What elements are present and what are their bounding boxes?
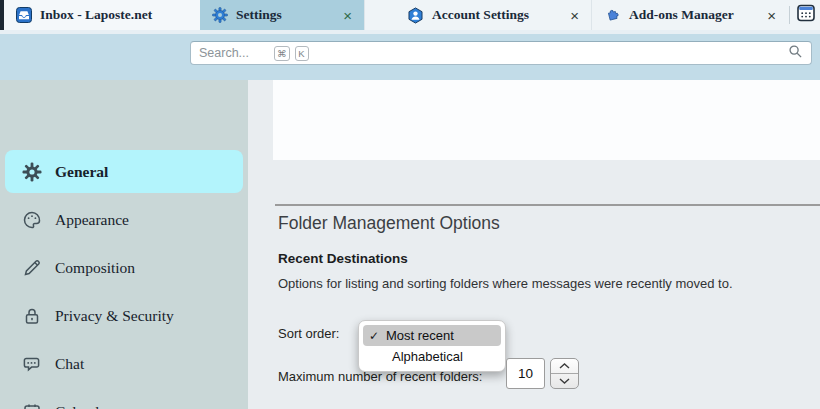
stepper-up-button[interactable] [551, 359, 578, 374]
sidebar-item-general[interactable]: General [5, 150, 243, 193]
lock-icon [22, 306, 42, 326]
section-separator [275, 204, 820, 206]
account-icon [407, 7, 424, 24]
stepper-down-button[interactable] [551, 374, 578, 388]
inbox-icon [16, 7, 32, 23]
tab-label: Account Settings [432, 7, 529, 23]
settings-toolbar: ⌘ K [0, 30, 820, 80]
close-icon[interactable]: × [767, 8, 776, 23]
gear-icon [212, 7, 228, 23]
subsection-title: Recent Destinations [278, 251, 408, 266]
app-window: Inbox - Laposte.net Settings × Account S… [0, 0, 820, 409]
palette-icon [22, 210, 42, 230]
shortcut-k-key: K [295, 46, 309, 61]
sort-order-dropdown-menu: ✓ Most recent Alphabetical [358, 320, 506, 372]
max-folders-input[interactable] [506, 358, 545, 389]
tab-inbox[interactable]: Inbox - Laposte.net [4, 0, 200, 30]
tab-account-settings[interactable]: Account Settings × [364, 0, 592, 30]
sidebar-item-composition[interactable]: Composition [5, 246, 243, 289]
close-icon[interactable]: × [570, 8, 579, 23]
max-folders-stepper [550, 358, 579, 389]
dropdown-option-label: Alphabetical [392, 349, 463, 364]
shortcut-command-key: ⌘ [274, 46, 290, 61]
search-input[interactable] [199, 46, 269, 60]
tab-settings[interactable]: Settings × [200, 0, 364, 30]
settings-content-pane: Folder Management Options Recent Destina… [248, 80, 820, 409]
gear-icon [22, 162, 42, 182]
sidebar-item-chat[interactable]: Chat [5, 342, 243, 385]
sidebar-item-label: Chat [55, 355, 84, 373]
dropdown-option-alphabetical[interactable]: Alphabetical [363, 346, 501, 367]
settings-sidebar: General Appearance Composition Privacy &… [0, 80, 248, 409]
search-icon [788, 44, 803, 63]
sidebar-item-appearance[interactable]: Appearance [5, 198, 243, 241]
sidebar-item-label: Appearance [55, 211, 129, 229]
calendar-icon [797, 4, 815, 26]
section-title: Folder Management Options [278, 213, 500, 234]
tab-addons-manager[interactable]: Add-ons Manager × [592, 0, 788, 30]
pencil-icon [22, 258, 42, 278]
close-icon[interactable]: × [343, 8, 352, 23]
dropdown-option-most-recent[interactable]: ✓ Most recent [363, 325, 501, 346]
calendar-spaces-button[interactable] [791, 0, 820, 30]
tab-label: Settings [236, 7, 282, 23]
tab-label: Add-ons Manager [629, 7, 734, 23]
sort-order-label: Sort order: [278, 326, 339, 341]
dropdown-option-label: Most recent [386, 328, 454, 343]
checkmark-icon: ✓ [369, 329, 386, 343]
sidebar-item-label: Privacy & Security [55, 307, 174, 325]
search-box[interactable]: ⌘ K [190, 41, 812, 65]
tab-label: Inbox - Laposte.net [40, 7, 152, 23]
tab-bar-divider [789, 6, 790, 24]
sidebar-item-label: General [55, 163, 108, 181]
sidebar-item-label: Calendar [55, 403, 111, 409]
puzzle-icon [604, 7, 621, 24]
sidebar-item-privacy-security[interactable]: Privacy & Security [5, 294, 243, 337]
calendar-icon [22, 402, 42, 409]
chat-icon [22, 354, 42, 374]
sidebar-item-calendar[interactable]: Calendar [5, 390, 243, 409]
subsection-description: Options for listing and sorting folders … [278, 276, 733, 291]
tab-bar: Inbox - Laposte.net Settings × Account S… [0, 0, 820, 30]
sidebar-item-label: Composition [55, 259, 135, 277]
previous-section-panel [273, 80, 820, 160]
